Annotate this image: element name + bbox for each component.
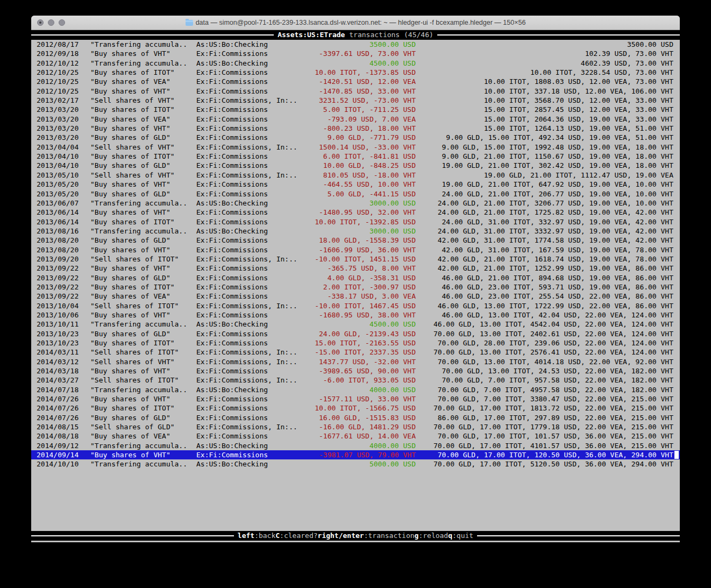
minimize-button[interactable] [48, 19, 54, 26]
register-row[interactable]: 2013/09/22 "Buy shares of VHT" Ex:Fi:Com… [31, 264, 680, 273]
register-row[interactable]: 2014/07/18 "Transfering accumula.. As:US… [31, 385, 680, 394]
register-row[interactable]: 2013/06/07 "Transfering accumula.. As:US… [31, 199, 680, 208]
register-row[interactable]: 2013/09/20 "Sell shares of ITOT" Ex:Fi:C… [31, 254, 680, 264]
running-balance: 46.00 GLD, 21.00 ITOT, 894.68 USD, 19.00… [416, 273, 680, 282]
hint-key: left [238, 531, 254, 541]
register-row[interactable]: 2014/10/10 "Transfering accumula.. As:US… [31, 459, 680, 469]
transaction-description: "Buy shares of VHT" [90, 124, 196, 133]
transaction-description: "Buy shares of GLD" [90, 189, 196, 199]
register-row[interactable]: 2013/10/23 "Buy shares of ITOT" Ex:Fi:Co… [31, 338, 680, 348]
register-row[interactable]: 2014/08/18 "Buy shares of VEA" Ex:Fi:Com… [31, 431, 680, 441]
register-row[interactable]: 2013/09/22 "Buy shares of GLD" Ex:Fi:Com… [31, 273, 680, 282]
register-row[interactable]: 2014/08/15 "Sell shares of GLD" Ex:Fi:Co… [31, 422, 680, 431]
register-row[interactable]: 2013/10/23 "Buy shares of GLD" Ex:Fi:Com… [31, 329, 680, 338]
transaction-date: 2014/10/10 [31, 459, 90, 469]
key-hints: left:back C:cleared? right/enter:transac… [238, 531, 473, 541]
register-row[interactable]: 2014/09/14 "Buy shares of VHT" Ex:Fi:Com… [31, 450, 680, 459]
register-row[interactable]: 2013/09/22 "Buy shares of ITOT" Ex:Fi:Co… [31, 282, 680, 292]
register-row[interactable]: 2013/09/22 "Buy shares of VEA" Ex:Fi:Com… [31, 292, 680, 301]
running-balance: 42.00 GLD, 31.00 ITOT, 167.59 USD, 19.00… [416, 245, 680, 254]
transaction-date: 2012/10/25 [31, 87, 90, 96]
register-row[interactable]: 2013/03/20 "Buy shares of ITOT" Ex:Fi:Co… [31, 105, 680, 114]
register-row[interactable]: 2014/07/26 "Buy shares of ITOT" Ex:Fi:Co… [31, 403, 680, 413]
running-balance: 9.00 GLD, 15.00 ITOT, 1992.48 USD, 19.00… [416, 143, 680, 152]
other-accounts: Ex:Fi:Commissions [196, 366, 312, 376]
register-row[interactable]: 2013/05/20 "Buy shares of GLD" Ex:Fi:Com… [31, 189, 680, 199]
register-row[interactable]: 2012/10/25 "Buy shares of VHT" Ex:Fi:Com… [31, 87, 680, 96]
register-row[interactable]: 2014/03/27 "Sell shares of ITOT" Ex:Fi:C… [31, 376, 680, 385]
transaction-amount: -15.00 ITOT, 2337.35 USD [312, 348, 416, 357]
register-row[interactable]: 2012/09/18 "Buy shares of VHT" Ex:Fi:Com… [31, 49, 680, 58]
register-row[interactable]: 2013/10/06 "Buy shares of VHT" Ex:Fi:Com… [31, 310, 680, 320]
register-row[interactable]: 2013/08/16 "Transfering accumula.. As:US… [31, 226, 680, 236]
register-row[interactable]: 2013/06/14 "Buy shares of ITOT" Ex:Fi:Co… [31, 217, 680, 226]
register-row[interactable]: 2013/04/10 "Buy shares of GLD" Ex:Fi:Com… [31, 161, 680, 170]
transaction-description: "Buy shares of GLD" [90, 413, 196, 422]
transaction-date: 2013/10/06 [31, 310, 90, 320]
register-row[interactable]: 2013/08/20 "Buy shares of VHT" Ex:Fi:Com… [31, 245, 680, 254]
register-row[interactable]: 2014/03/18 "Buy shares of VHT" Ex:Fi:Com… [31, 366, 680, 376]
transaction-amount: -800.23 USD, 18.00 VHT [312, 124, 416, 133]
register-row[interactable]: 2012/10/25 "Buy shares of VEA" Ex:Fi:Com… [31, 77, 680, 86]
running-balance: 70.00 GLD, 13.00 ITOT, 4014.18 USD, 22.0… [416, 357, 680, 366]
register-row[interactable]: 2013/03/20 "Buy shares of GLD" Ex:Fi:Com… [31, 133, 680, 142]
transaction-amount: 3500.00 USD [312, 40, 416, 49]
terminal-cursor [674, 451, 679, 459]
empty-terminal-area [31, 469, 680, 531]
running-balance: 10.00 ITOT, 3568.70 USD, 12.00 VEA, 33.0… [416, 96, 680, 105]
transaction-date: 2013/09/20 [31, 254, 90, 264]
register-row[interactable]: 2013/10/04 "Sell shares of ITOT" Ex:Fi:C… [31, 301, 680, 310]
transaction-description: "Sell shares of ITOT" [90, 254, 196, 264]
header-rule-left [31, 34, 274, 36]
register-row[interactable]: 2013/04/04 "Sell shares of VHT" Ex:Fi:Co… [31, 143, 680, 152]
register-row[interactable]: 2013/04/10 "Buy shares of ITOT" Ex:Fi:Co… [31, 152, 680, 161]
other-accounts: As:US:Bo:Checking [196, 40, 312, 49]
transaction-date: 2013/08/16 [31, 226, 90, 236]
register-title: Assets:US:ETrade transactions (45/46) [278, 30, 433, 40]
running-balance: 70.00 GLD, 17.00 ITOT, 1779.18 USD, 22.0… [416, 422, 680, 431]
register-row[interactable]: 2014/03/12 "Sell shares of VHT" Ex:Fi:Co… [31, 357, 680, 366]
transaction-amount: 16.00 GLD, -1515.83 USD [312, 413, 416, 422]
transaction-amount: 4500.00 USD [312, 320, 416, 329]
register-row[interactable]: 2013/03/20 "Buy shares of VHT" Ex:Fi:Com… [31, 124, 680, 133]
register-row[interactable]: 2014/07/26 "Buy shares of VHT" Ex:Fi:Com… [31, 394, 680, 403]
zoom-button[interactable] [59, 19, 65, 26]
running-balance: 70.00 GLD, 7.00 ITOT, 4957.58 USD, 22.00… [416, 385, 680, 394]
other-accounts: Ex:Fi:Commissions [196, 49, 312, 58]
other-accounts: Ex:Fi:Commissions [196, 236, 312, 245]
running-balance: 70.00 GLD, 17.00 ITOT, 4101.57 USD, 36.0… [416, 441, 680, 450]
register-row[interactable]: 2013/10/11 "Transfering accumula.. As:US… [31, 320, 680, 329]
window-titlebar: data — simon@pool-71-165-239-133.lsanca.… [31, 16, 680, 30]
transaction-date: 2013/09/22 [31, 273, 90, 282]
transaction-description: "Buy shares of VHT" [90, 180, 196, 189]
register-row[interactable]: 2012/10/12 "Transfering accumula.. As:US… [31, 59, 680, 68]
transaction-description: "Buy shares of ITOT" [90, 217, 196, 226]
transaction-register: 2012/08/17 "Transfering accumula.. As:US… [31, 40, 680, 469]
running-balance: 24.00 GLD, 31.00 ITOT, 3332.97 USD, 19.0… [416, 226, 680, 236]
transaction-date: 2013/03/20 [31, 133, 90, 142]
running-balance: 70.00 GLD, 17.00 ITOT, 5120.50 USD, 36.0… [416, 459, 680, 469]
register-row[interactable]: 2012/08/17 "Transfering accumula.. As:US… [31, 40, 680, 49]
register-row[interactable]: 2013/08/20 "Buy shares of GLD" Ex:Fi:Com… [31, 236, 680, 245]
running-balance: 46.00 GLD, 23.00 ITOT, 255.54 USD, 22.00… [416, 292, 680, 301]
other-accounts: Ex:Fi:Commissions [196, 245, 312, 254]
register-row[interactable]: 2013/03/20 "Buy shares of VEA" Ex:Fi:Com… [31, 115, 680, 124]
transaction-date: 2013/04/10 [31, 152, 90, 161]
transaction-amount: -1677.61 USD, 14.00 VEA [312, 431, 416, 441]
transaction-date: 2013/03/20 [31, 105, 90, 114]
transaction-description: "Buy shares of GLD" [90, 133, 196, 142]
register-row[interactable]: 2013/05/20 "Buy shares of VHT" Ex:Fi:Com… [31, 180, 680, 189]
transaction-amount: -10.00 ITOT, 1467.45 USD [312, 301, 416, 310]
register-row[interactable]: 2014/07/26 "Buy shares of GLD" Ex:Fi:Com… [31, 413, 680, 422]
running-balance: 15.00 ITOT, 2064.36 USD, 19.00 VEA, 33.0… [416, 115, 680, 124]
folder-icon [186, 20, 193, 26]
register-row[interactable]: 2013/02/17 "Sell shares of VHT" Ex:Fi:Co… [31, 96, 680, 105]
close-button[interactable] [37, 19, 44, 26]
register-row[interactable]: 2013/06/14 "Buy shares of VHT" Ex:Fi:Com… [31, 208, 680, 217]
register-row[interactable]: 2013/05/10 "Sell shares of VHT" Ex:Fi:Co… [31, 171, 680, 180]
running-balance: 70.00 GLD, 28.00 ITOT, 239.06 USD, 22.00… [416, 338, 680, 348]
register-row[interactable]: 2014/09/12 "Transfering accumula.. As:US… [31, 441, 680, 450]
transaction-amount: -3989.65 USD, 90.00 VHT [312, 366, 416, 376]
register-row[interactable]: 2014/03/11 "Sell shares of ITOT" Ex:Fi:C… [31, 348, 680, 357]
register-row[interactable]: 2012/10/25 "Buy shares of ITOT" Ex:Fi:Co… [31, 68, 680, 77]
